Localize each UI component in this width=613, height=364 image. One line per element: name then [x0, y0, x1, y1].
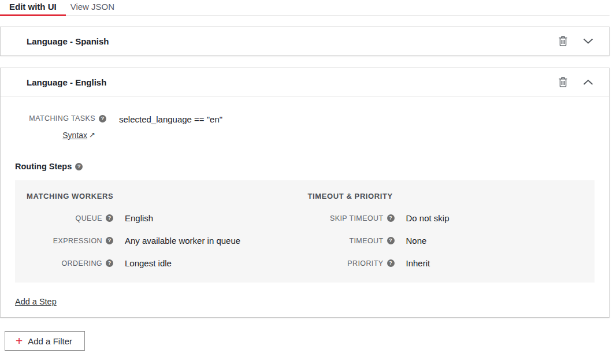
matching-workers-heading: MATCHING WORKERS	[27, 192, 302, 200]
matching-tasks-value: selected_language == "en"	[119, 114, 222, 124]
delete-filter-button[interactable]	[557, 35, 569, 48]
routing-steps-label: Routing Steps	[15, 162, 72, 171]
tab-bar: Edit with UI View JSON	[0, 0, 610, 16]
help-icon[interactable]: ?	[387, 259, 395, 267]
expression-row: EXPRESSION ? Any available worker in que…	[27, 236, 302, 246]
add-step-link[interactable]: Add a Step	[15, 297, 57, 306]
plus-icon: +	[16, 335, 23, 347]
expression-label: EXPRESSION	[53, 237, 102, 245]
routing-steps-heading: Routing Steps ?	[15, 162, 595, 171]
timeout-row: TIMEOUT ? None	[308, 236, 584, 246]
delete-filter-button[interactable]	[557, 76, 569, 89]
filter-panel-spanish: Language - Spanish	[0, 27, 610, 56]
tab-view-json[interactable]: View JSON	[66, 0, 124, 15]
help-icon[interactable]: ?	[99, 115, 106, 122]
skip-timeout-row: SKIP TIMEOUT ? Do not skip	[308, 213, 584, 223]
matching-tasks-label: MATCHING TASKS	[29, 114, 95, 122]
help-icon[interactable]: ?	[106, 259, 113, 267]
ordering-value: Longest idle	[125, 258, 172, 268]
help-icon[interactable]: ?	[106, 237, 113, 244]
skip-timeout-value: Do not skip	[406, 213, 449, 223]
tab-edit-with-ui[interactable]: Edit with UI	[0, 0, 66, 16]
filter-panel-english-body: MATCHING TASKS ? selected_language == "e…	[1, 97, 609, 317]
syntax-row: Syntax ↗	[15, 131, 106, 140]
add-filter-button[interactable]: + Add a Filter	[5, 331, 85, 351]
timeout-value: None	[406, 236, 427, 246]
priority-value: Inherit	[406, 258, 430, 268]
filter-panel-english-header[interactable]: Language - English	[1, 68, 609, 97]
syntax-link[interactable]: Syntax	[62, 131, 87, 140]
priority-label: PRIORITY	[347, 259, 383, 268]
add-filter-label: Add a Filter	[28, 336, 72, 346]
ordering-row: ORDERING ? Longest idle	[27, 258, 302, 268]
add-step-row: Add a Step	[15, 296, 595, 307]
filter-panel-spanish-header[interactable]: Language - Spanish	[1, 27, 609, 55]
queue-value: English	[125, 213, 153, 223]
external-link-icon: ↗	[89, 131, 95, 140]
timeout-priority-column: TIMEOUT & PRIORITY SKIP TIMEOUT ? Do not…	[308, 192, 584, 268]
timeout-label: TIMEOUT	[349, 237, 383, 245]
chevron-down-icon	[583, 38, 593, 44]
expression-value: Any available worker in queue	[125, 236, 240, 246]
help-icon[interactable]: ?	[106, 214, 113, 222]
priority-row: PRIORITY ? Inherit	[308, 258, 584, 268]
expand-filter-button[interactable]	[582, 37, 595, 46]
filter-panel-english: Language - English	[0, 68, 610, 318]
trash-icon	[558, 36, 568, 47]
help-icon[interactable]: ?	[387, 214, 395, 222]
workflow-config-page: Edit with UI View JSON Language - Spanis…	[0, 0, 613, 351]
timeout-priority-heading: TIMEOUT & PRIORITY	[308, 192, 584, 200]
queue-row: QUEUE ? English	[27, 213, 302, 223]
trash-icon	[558, 77, 568, 88]
queue-label: QUEUE	[76, 214, 102, 222]
collapse-filter-button[interactable]	[582, 78, 595, 87]
help-icon[interactable]: ?	[387, 237, 395, 244]
matching-tasks-row: MATCHING TASKS ? selected_language == "e…	[15, 114, 595, 124]
matching-tasks-labelcol: MATCHING TASKS ?	[15, 114, 106, 122]
routing-step-box: MATCHING WORKERS QUEUE ? English EXPRESS…	[15, 180, 595, 283]
filter-title: Language - Spanish	[27, 36, 557, 46]
skip-timeout-label: SKIP TIMEOUT	[330, 214, 384, 222]
chevron-up-icon	[583, 79, 593, 86]
filter-title: Language - English	[27, 77, 557, 87]
help-icon[interactable]: ?	[75, 163, 83, 170]
ordering-label: ORDERING	[61, 259, 102, 268]
matching-workers-column: MATCHING WORKERS QUEUE ? English EXPRESS…	[27, 192, 302, 268]
